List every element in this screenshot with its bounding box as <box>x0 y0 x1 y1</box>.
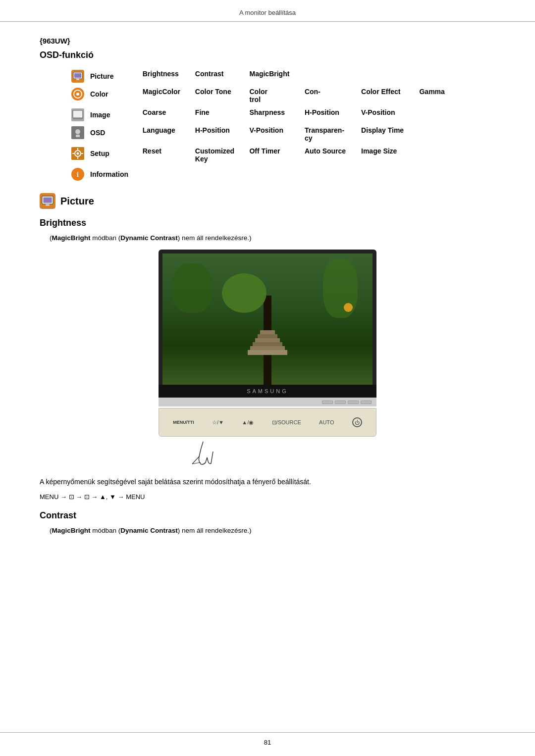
osd-item-transparency: Transparen-cy <box>303 124 359 145</box>
header-title: A monitor beállítása <box>239 9 296 16</box>
monitor-display: SAMSUNG <box>159 250 376 406</box>
osd-item-customizedkey: CustomizedKey <box>193 145 248 165</box>
osd-item-sharpness: Sharpness <box>247 106 302 124</box>
svg-rect-10 <box>73 118 83 119</box>
magicbright-bold: MagicBright <box>52 234 91 242</box>
osd-icon-cell-picture: Picture <box>69 67 141 85</box>
monitor-buttons-row <box>322 401 372 404</box>
osd-item-hpos2: H-Position <box>193 124 248 145</box>
osd-item-autosource: Auto Source <box>303 145 359 165</box>
ctrl-auto-label: AUTO <box>319 419 334 425</box>
osd-item-magicbright: MagicBright <box>247 67 302 85</box>
contrast-heading: Contrast <box>40 510 495 521</box>
osd-icon-cell-osd: OSD <box>69 124 141 145</box>
svg-rect-18 <box>77 157 78 159</box>
osd-row-information: i Information <box>69 165 456 183</box>
page-footer: 81 <box>0 732 535 746</box>
osd-item-offtimer: Off Timer <box>247 145 302 165</box>
osd-icon-cell-image: Image <box>69 106 141 124</box>
contrast-note: (MagicBright módban (Dynamic Contrast) n… <box>50 527 495 534</box>
foliage-2 <box>323 258 358 318</box>
contrast-magicbright-bold: MagicBright <box>52 527 91 534</box>
osd-row-setup: Setup Reset CustomizedKey Off Timer Auto… <box>69 145 456 165</box>
svg-rect-26 <box>43 198 52 203</box>
svg-rect-20 <box>81 153 83 154</box>
picture-heading-text: Picture <box>60 196 94 207</box>
ctrl-brightness: ☆/▼ <box>212 419 224 426</box>
monitor-btn-4 <box>361 401 372 404</box>
osd-item-contrast: Contrast <box>193 67 248 85</box>
svg-rect-9 <box>73 110 83 118</box>
information-icon: i <box>71 168 84 181</box>
monitor-screen <box>162 253 373 385</box>
page-content: {963UW} OSD-funkció Picture <box>0 37 535 534</box>
svg-rect-3 <box>74 73 81 78</box>
osd-item-reset: Reset <box>141 145 193 165</box>
ctrl-source: ⊡/SOURCE <box>272 419 301 426</box>
pagoda <box>248 330 287 355</box>
svg-point-16 <box>77 152 79 155</box>
osd-item-magiccolor: MagicColor <box>141 85 193 106</box>
brightness-heading: Brightness <box>40 218 495 228</box>
svg-rect-17 <box>77 148 78 150</box>
menu-path: MENU → ⊡ → ⊡ → ▲, ▼ → MENU <box>40 493 495 501</box>
osd-table: Picture Brightness Contrast MagicBright <box>69 67 456 183</box>
dynamic-contrast-bold: Dynamic Contrast <box>120 234 178 242</box>
osd-icon-cell-information: i Information <box>69 165 141 183</box>
osd-item-con: Con- <box>303 85 359 106</box>
svg-text:i: i <box>77 171 79 178</box>
page-number: 81 <box>264 739 271 746</box>
fruit-ball <box>344 303 353 312</box>
osd-item-fine: Fine <box>193 106 248 124</box>
osd-item-vpos2: V-Position <box>247 124 302 145</box>
svg-point-7 <box>76 93 79 96</box>
brightness-note: (MagicBright módban (Dynamic Contrast) n… <box>50 234 495 242</box>
osd-label-information: Information <box>90 170 128 178</box>
osd-icon-cell-setup: Setup <box>69 145 141 165</box>
contrast-dynamic-contrast-bold: Dynamic Contrast <box>120 527 178 534</box>
monitor-btn-2 <box>335 401 346 404</box>
ctrl-nav: ▲/◉ <box>242 419 254 426</box>
picture-heading: Picture <box>40 193 495 209</box>
picture-icon <box>71 70 84 83</box>
setup-icon <box>71 147 84 160</box>
osd-icon-cell-color: Color <box>69 85 141 106</box>
model-title: {963UW} <box>40 37 495 45</box>
osd-item-hposition: H-Position <box>303 106 359 124</box>
osd-item-displaytime: Display Time <box>359 124 417 145</box>
osd-item-colortrol: Colortrol <box>247 85 302 106</box>
osd-label-osd: OSD <box>90 129 105 137</box>
ctrl-power: ⏻ <box>352 417 362 427</box>
monitor-btn-1 <box>322 401 333 404</box>
osd-item-vposition: V-Position <box>359 106 417 124</box>
osd-row-picture: Picture Brightness Contrast MagicBright <box>69 67 456 85</box>
hand-annotation <box>159 437 376 466</box>
monitor-stand <box>159 398 376 406</box>
osd-item-gamma: Gamma <box>417 85 456 106</box>
osd-item-colortone: Color Tone <box>193 85 248 106</box>
osd-label-color: Color <box>90 90 108 98</box>
osd-row-color: Color MagicColor Color Tone Colortrol Co… <box>69 85 456 106</box>
foliage-3 <box>222 273 267 313</box>
osd-item-imagesize: Image Size <box>359 145 417 165</box>
contrast-section: Contrast (MagicBright módban (Dynamic Co… <box>40 510 495 534</box>
foliage-1 <box>172 263 212 313</box>
picture-section: Picture Brightness (MagicBright módban (… <box>40 193 495 534</box>
monitor-btn-3 <box>348 401 359 404</box>
osd-section-title: OSD-funkció <box>40 50 495 60</box>
picture-section-icon <box>40 193 55 209</box>
osd-item-coloreffect: Color Effect <box>359 85 417 106</box>
power-button-icon[interactable]: ⏻ <box>352 417 362 427</box>
svg-rect-19 <box>72 153 74 154</box>
monitor-bezel-top <box>159 250 376 385</box>
osd-label-setup: Setup <box>90 150 109 157</box>
osd-row-osd: OSD Language H-Position V-Position Trans… <box>69 124 456 145</box>
svg-rect-4 <box>76 79 79 80</box>
body-text: A képernyőmenük segítségével saját belát… <box>40 476 495 487</box>
page-header: A monitor beállítása <box>0 0 535 22</box>
osd-item-brightness: Brightness <box>141 67 193 85</box>
osd-label-picture: Picture <box>90 72 113 80</box>
monitor-brand-text: SAMSUNG <box>247 388 288 394</box>
ctrl-source-label: ⊡/SOURCE <box>272 419 301 426</box>
ctrl-menu-label: MENU/TTI <box>173 420 194 425</box>
